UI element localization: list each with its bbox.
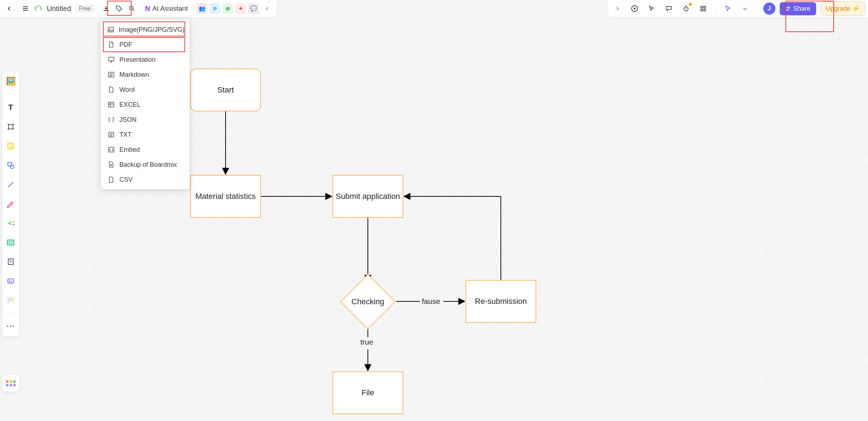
chip-chat-icon[interactable]: 💬 bbox=[248, 3, 259, 14]
table-icon bbox=[6, 238, 15, 247]
pointer-mode-button[interactable] bbox=[721, 2, 734, 15]
export-word[interactable]: Word bbox=[101, 82, 189, 97]
export-txt[interactable]: TXT bbox=[101, 127, 189, 142]
chevron-right-small-icon bbox=[615, 6, 620, 11]
tool-more[interactable]: ••• bbox=[4, 320, 17, 333]
embed-icon bbox=[107, 146, 115, 154]
upgrade-button[interactable]: Upgrade ⚡ bbox=[820, 1, 865, 16]
tool-table[interactable] bbox=[4, 236, 17, 249]
svg-rect-3 bbox=[701, 6, 702, 8]
curve-icon bbox=[6, 180, 15, 189]
search-button[interactable] bbox=[125, 2, 138, 15]
export-pdf-label: PDF bbox=[119, 41, 132, 49]
grid-view-button[interactable] bbox=[697, 2, 710, 15]
export-word-label: Word bbox=[119, 86, 135, 94]
back-button[interactable] bbox=[3, 2, 16, 15]
svg-point-18 bbox=[13, 221, 14, 222]
export-excel-label: EXCEL bbox=[119, 101, 140, 109]
document-title[interactable]: Untitled bbox=[45, 5, 73, 13]
plan-badge: Free bbox=[75, 4, 94, 13]
user-avatar[interactable]: J bbox=[763, 2, 775, 15]
tool-shape[interactable] bbox=[4, 159, 17, 172]
upgrade-label: Upgrade bbox=[826, 5, 850, 12]
topbar-left: Untitled Free N AI Assistant 👥 P ⊕ ✦ 💬 bbox=[0, 0, 277, 17]
node-start[interactable]: Start bbox=[190, 69, 261, 111]
expand-right-button[interactable] bbox=[611, 2, 624, 15]
pen-icon bbox=[6, 200, 15, 208]
svg-rect-13 bbox=[109, 102, 114, 107]
tool-mindmap[interactable] bbox=[4, 217, 17, 230]
apps-grid-icon bbox=[6, 380, 16, 386]
backup-icon bbox=[107, 161, 115, 169]
chip-p-icon[interactable]: P bbox=[209, 3, 220, 14]
play-icon bbox=[631, 5, 638, 12]
export-json[interactable]: JSON bbox=[101, 112, 189, 127]
tool-sticky[interactable] bbox=[4, 140, 17, 152]
node-submit[interactable]: Submit application bbox=[332, 175, 403, 218]
export-embed[interactable]: Embed bbox=[101, 142, 189, 157]
collapse-left-button[interactable] bbox=[261, 2, 274, 15]
export-image[interactable]: Image(PNG/JPG/SVG) bbox=[101, 22, 189, 37]
pdf-icon bbox=[107, 41, 115, 49]
edge-label-fause: fause bbox=[422, 297, 440, 306]
svg-rect-22 bbox=[8, 279, 14, 283]
node-resub[interactable]: Re-submission bbox=[465, 280, 536, 323]
export-csv[interactable]: CSV bbox=[101, 172, 189, 187]
text-icon: T bbox=[8, 103, 13, 112]
node-file[interactable]: File bbox=[332, 371, 403, 414]
search-icon bbox=[128, 5, 135, 12]
tag-button[interactable] bbox=[113, 2, 125, 15]
tool-doc[interactable] bbox=[4, 255, 17, 268]
timer-icon bbox=[682, 5, 690, 12]
ai-assistant-button[interactable]: N AI Assistant bbox=[142, 2, 192, 15]
templates-icon: 🖼️ bbox=[6, 77, 16, 86]
node-material-label: Material statistics bbox=[196, 192, 256, 201]
cursor-button[interactable] bbox=[645, 2, 658, 15]
chip-org-icon[interactable]: ⊕ bbox=[222, 3, 233, 14]
tool-frame[interactable] bbox=[4, 120, 17, 133]
comment-button[interactable] bbox=[662, 2, 675, 15]
side-apps-button[interactable] bbox=[2, 375, 19, 392]
export-txt-label: TXT bbox=[119, 131, 132, 139]
svg-rect-11 bbox=[109, 57, 114, 61]
sticky-note-icon bbox=[6, 141, 15, 151]
export-embed-label: Embed bbox=[119, 146, 140, 154]
json-icon bbox=[107, 116, 115, 124]
share-button[interactable]: Share bbox=[780, 2, 816, 15]
chip-flow-icon[interactable]: ✦ bbox=[235, 3, 246, 14]
cursor-sparkle-icon bbox=[648, 5, 655, 12]
svg-rect-24 bbox=[10, 297, 12, 301]
chip-people-icon[interactable]: 👥 bbox=[197, 3, 207, 14]
markdown-icon bbox=[107, 71, 115, 79]
ai-assistant-label: AI Assistant bbox=[152, 5, 188, 12]
more-tools-button[interactable] bbox=[739, 2, 751, 15]
export-excel[interactable]: EXCEL bbox=[101, 97, 189, 112]
topbar-right: J Share Upgrade ⚡ bbox=[608, 0, 868, 17]
timer-button[interactable] bbox=[680, 2, 692, 15]
shape-icon bbox=[6, 161, 15, 170]
play-button[interactable] bbox=[628, 2, 641, 15]
svg-rect-6 bbox=[704, 9, 706, 11]
cloud-icon bbox=[34, 5, 42, 12]
tool-kanban[interactable] bbox=[4, 294, 17, 307]
people-icon bbox=[785, 6, 791, 11]
export-markdown[interactable]: Markdown bbox=[101, 67, 189, 82]
export-pdf[interactable]: PDF bbox=[101, 37, 189, 52]
tool-text[interactable]: T bbox=[4, 101, 17, 114]
tool-connector[interactable] bbox=[4, 178, 17, 191]
export-backup[interactable]: Backup of Boardmix bbox=[101, 157, 189, 172]
tool-templates[interactable]: 🖼️ bbox=[4, 75, 17, 88]
node-material[interactable]: Material statistics bbox=[190, 175, 261, 218]
export-button[interactable] bbox=[100, 2, 113, 15]
cloud-sync-button[interactable] bbox=[32, 2, 45, 15]
export-presentation[interactable]: Presentation bbox=[101, 52, 189, 67]
tool-pen[interactable] bbox=[4, 197, 17, 210]
menu-button[interactable] bbox=[19, 2, 32, 15]
card-icon bbox=[6, 277, 15, 285]
svg-point-0 bbox=[129, 6, 133, 10]
tool-card[interactable] bbox=[4, 275, 17, 287]
image-icon bbox=[107, 26, 114, 34]
node-file-label: File bbox=[361, 388, 374, 397]
speech-bubble-icon bbox=[665, 5, 672, 12]
dots-icon: ••• bbox=[7, 323, 15, 330]
